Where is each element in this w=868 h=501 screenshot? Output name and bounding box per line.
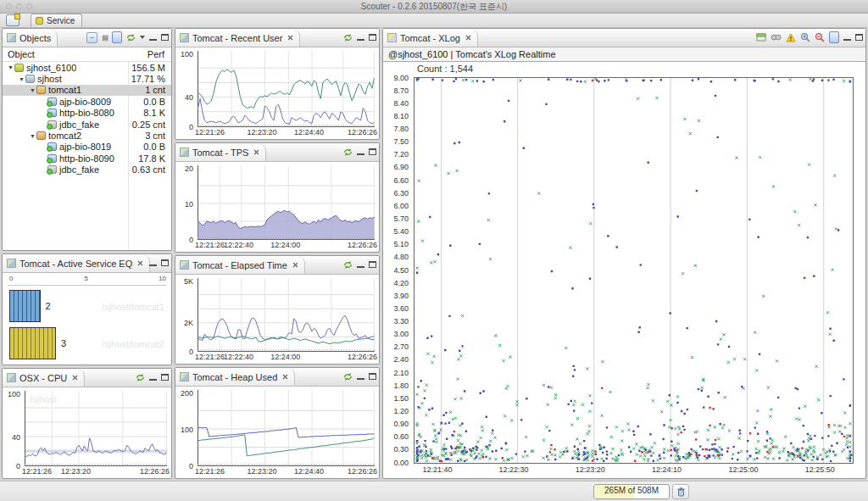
osx-cpu-chart[interactable]: /sjhost04010012:21:2612:23:2012:26:26: [3, 387, 171, 477]
close-icon[interactable]: [137, 260, 143, 266]
tab-objects[interactable]: Objects: [3, 30, 58, 47]
minimize-window-icon[interactable]: [16, 3, 22, 9]
zoom-in-icon[interactable]: [800, 32, 810, 42]
tree-row-sjhost_6100[interactable]: ▼sjhost_6100156.5 M: [3, 62, 171, 73]
minimize-icon[interactable]: [843, 34, 851, 41]
memory-gauge[interactable]: 265M of 508M: [593, 484, 670, 499]
tab-recent-user[interactable]: Tomcat - Recent User: [175, 30, 300, 47]
maximize-icon[interactable]: [369, 373, 376, 380]
minimize-icon[interactable]: [357, 373, 364, 380]
elapsed-time-chart[interactable]: 02K5K12:21:2612:22:4012:24:0012:26:26: [175, 275, 379, 363]
tab-osx-cpu[interactable]: OSX - CPU: [3, 370, 85, 387]
y-axis-label: 5.70: [383, 214, 409, 223]
close-icon[interactable]: [465, 35, 471, 41]
close-icon[interactable]: [72, 375, 78, 381]
notes-icon[interactable]: [829, 31, 839, 43]
expand-icon[interactable]: ▼: [18, 76, 25, 82]
refresh-icon[interactable]: [136, 373, 145, 382]
maximize-icon[interactable]: [161, 374, 169, 381]
minimize-icon[interactable]: [357, 34, 364, 41]
maximize-icon[interactable]: [369, 34, 376, 41]
y-axis-label: 3.90: [383, 292, 409, 300]
close-window-icon[interactable]: [6, 3, 12, 9]
refresh-icon[interactable]: [126, 33, 136, 42]
maximize-icon[interactable]: [369, 148, 376, 155]
x-axis-label: 12:24:10: [652, 465, 682, 474]
zoom-out-icon[interactable]: [815, 32, 825, 42]
expand-icon[interactable]: ▼: [29, 133, 36, 139]
tomcat-icon: [36, 86, 46, 94]
eq-bar-tomcat1[interactable]: [9, 290, 41, 322]
close-icon[interactable]: [292, 262, 298, 268]
past-xlog-icon[interactable]: [771, 34, 782, 41]
gc-trash-button[interactable]: [672, 484, 689, 499]
xlog-scatter-chart[interactable]: Count : 1,5449.008.708.408.107.807.507.2…: [383, 62, 865, 479]
tree-row-http-bio-8080[interactable]: http-bio-80808.1 K: [3, 108, 171, 119]
tree-column-headers[interactable]: Object Perf: [3, 47, 171, 62]
recent-user-chart[interactable]: 04010012:21:2612:23:2012:24:4012:26:26: [175, 47, 379, 138]
refresh-icon[interactable]: [343, 372, 353, 381]
window-controls[interactable]: [6, 3, 32, 9]
eq-watermark: /sjhost/tomcat1: [102, 302, 164, 312]
chart-icon: [7, 373, 16, 382]
tree-row-tomcat1[interactable]: ▼tomcat11 cnt: [3, 85, 171, 96]
tree-row-sjhost[interactable]: ▼sjhost17.71 %: [3, 73, 171, 84]
tree-row-tomcat2[interactable]: ▼tomcat23 cnt: [3, 130, 171, 141]
tab-tps[interactable]: Tomcat - TPS: [175, 144, 266, 161]
close-icon[interactable]: [282, 374, 288, 380]
active-service-eq-chart[interactable]: 05102/sjhost/tomcat13/sjhost/tomcat2: [3, 273, 171, 365]
column-object[interactable]: Object: [8, 49, 35, 59]
object-list-icon[interactable]: [112, 31, 122, 43]
y-axis-label: 2.10: [383, 369, 409, 377]
tab-heap-used[interactable]: Tomcat - Heap Used: [175, 369, 295, 386]
close-icon[interactable]: [253, 149, 259, 155]
heap-used-chart[interactable]: 010020012:21:2612:23:2012:24:4012:26:26: [175, 387, 379, 477]
y-axis-label: 40: [3, 433, 20, 442]
refresh-icon[interactable]: [343, 33, 353, 42]
tree-row-ajp-bio-8009[interactable]: ajp-bio-80090.0 B: [3, 96, 171, 107]
expand-icon[interactable]: ▼: [7, 64, 14, 70]
maximize-icon[interactable]: [855, 34, 863, 41]
perf-value: 17.8 K: [138, 153, 165, 164]
tree-row-ajp-bio-8019[interactable]: ajp-bio-80190.0 B: [3, 142, 171, 153]
perf-value: 156.5 M: [131, 63, 165, 73]
zoom-window-icon[interactable]: [26, 3, 32, 9]
export-icon[interactable]: [756, 32, 766, 42]
view-menu-icon[interactable]: [140, 36, 145, 39]
objects-tree[interactable]: ▼sjhost_6100156.5 M▼sjhost17.71 %▼tomcat…: [3, 62, 171, 251]
status-bar: 265M of 508M: [0, 481, 868, 501]
minimize-icon[interactable]: [149, 259, 157, 266]
tab-active-service-eq[interactable]: Tomcat - Active Service EQ: [3, 255, 150, 272]
open-perspective-icon[interactable]: [6, 14, 19, 26]
column-perf[interactable]: Perf: [147, 49, 164, 59]
minimize-icon[interactable]: [357, 261, 364, 268]
tab-xlog[interactable]: Tomcat - XLog: [383, 30, 478, 47]
host-icon: [25, 75, 35, 83]
maximize-icon[interactable]: [369, 261, 376, 268]
close-icon[interactable]: [287, 35, 293, 41]
eq-bar-tomcat2[interactable]: [9, 327, 56, 359]
tps-chart[interactable]: 0102012:21:2612:22:4012:24:0012:26:26: [175, 162, 379, 251]
tree-row-jdbc_fake[interactable]: jdbc_fake0.25 cnt: [3, 119, 171, 130]
collapse-all-icon[interactable]: −: [86, 32, 97, 43]
eq-scale-label: 10: [159, 275, 166, 282]
maximize-icon[interactable]: [161, 259, 169, 266]
perspective-tab-service[interactable]: Service: [31, 14, 82, 27]
minimize-icon[interactable]: [149, 374, 157, 381]
maximize-icon[interactable]: [161, 34, 169, 41]
x-axis-label: 12:26:26: [140, 467, 170, 476]
tree-row-http-bio-8090[interactable]: http-bio-809017.8 K: [3, 153, 171, 164]
refresh-icon[interactable]: [343, 260, 353, 270]
minimize-icon[interactable]: [357, 148, 364, 155]
window-title: Scouter - 0.2.6 20150807(한국 표준시): [361, 1, 507, 13]
y-axis-label: 4.50: [383, 266, 409, 275]
alert-icon[interactable]: [786, 33, 796, 42]
group-objects-icon[interactable]: ▤: [102, 34, 108, 42]
tree-row-jdbc_fake[interactable]: jdbc_fake0.63 cnt: [3, 164, 171, 175]
refresh-icon[interactable]: [343, 148, 353, 157]
tab-elapsed-time[interactable]: Tomcat - Elapsed Time: [175, 257, 305, 274]
expand-icon[interactable]: ▼: [29, 87, 36, 93]
minimize-icon[interactable]: [149, 34, 157, 41]
object-label: jdbc_fake: [59, 164, 99, 175]
memory-gauge-text: 265M of 508M: [594, 486, 669, 495]
